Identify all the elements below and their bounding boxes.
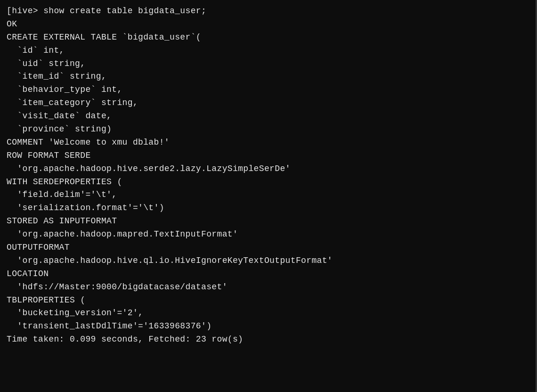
terminal-line: 'bucketing_version'='2', bbox=[7, 307, 530, 320]
terminal-line: CREATE EXTERNAL TABLE `bigdata_user`( bbox=[7, 31, 530, 44]
terminal-line: 'org.apache.hadoop.mapred.TextInputForma… bbox=[7, 228, 530, 241]
terminal-line: `item_category` string, bbox=[7, 97, 530, 110]
terminal-line: LOCATION bbox=[7, 268, 530, 281]
terminal-line: OUTPUTFORMAT bbox=[7, 241, 530, 254]
terminal-line: WITH SERDEPROPERTIES ( bbox=[7, 176, 530, 189]
terminal-line: COMMENT 'Welcome to xmu dblab!' bbox=[7, 136, 530, 149]
terminal-line: 'transient_lastDdlTime'='1633968376') bbox=[7, 320, 530, 333]
terminal-window[interactable]: [hive> show create table bigdata_user;OK… bbox=[0, 0, 537, 392]
terminal-line: `item_id` string, bbox=[7, 70, 530, 83]
terminal-line: 'field.delim'='\t', bbox=[7, 188, 530, 202]
terminal-line: TBLPROPERTIES ( bbox=[7, 294, 530, 307]
terminal-line: `visit_date` date, bbox=[7, 110, 530, 123]
terminal-line: ROW FORMAT SERDE bbox=[7, 149, 530, 163]
terminal-line: [hive> show create table bigdata_user; bbox=[7, 5, 530, 18]
terminal-line: `province` string) bbox=[7, 123, 530, 136]
terminal-line: `uid` string, bbox=[7, 57, 530, 71]
terminal-line: `behavior_type` int, bbox=[7, 83, 530, 97]
terminal-line: `id` int, bbox=[7, 44, 530, 57]
terminal-line: Time taken: 0.099 seconds, Fetched: 23 r… bbox=[7, 333, 530, 346]
terminal-line: STORED AS INPUTFORMAT bbox=[7, 215, 530, 228]
terminal-line: OK bbox=[7, 18, 530, 31]
terminal-line: 'org.apache.hadoop.hive.ql.io.HiveIgnore… bbox=[7, 254, 530, 268]
terminal-line: 'org.apache.hadoop.hive.serde2.lazy.Lazy… bbox=[7, 163, 530, 176]
terminal-line: 'hdfs://Master:9000/bigdatacase/dataset' bbox=[7, 281, 530, 294]
terminal-line: 'serialization.format'='\t') bbox=[7, 202, 530, 215]
